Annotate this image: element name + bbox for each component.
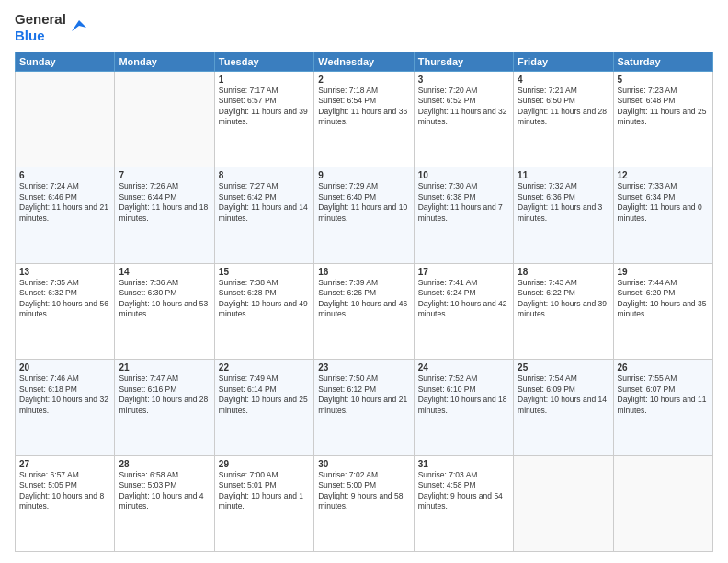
cell-sunrise: Sunrise: 6:57 AM [19, 470, 79, 479]
cell-daylight: Daylight: 11 hours and 39 minutes. [219, 107, 308, 126]
calendar-cell: 22 Sunrise: 7:49 AM Sunset: 6:14 PM Dayl… [214, 360, 313, 455]
cell-daylight: Daylight: 10 hours and 56 minutes. [19, 299, 108, 318]
calendar-cell: 7 Sunrise: 7:26 AM Sunset: 6:44 PM Dayli… [115, 167, 214, 263]
cell-daylight: Daylight: 11 hours and 18 minutes. [119, 202, 208, 222]
page: General Blue SundayMondayTuesdayWednesda… [0, 0, 728, 563]
cell-sunset: Sunset: 6:54 PM [318, 96, 376, 105]
cell-sunset: Sunset: 6:20 PM [618, 288, 676, 297]
cell-sunrise: Sunrise: 7:54 AM [518, 373, 577, 383]
calendar-day-header: Tuesday [214, 52, 313, 72]
cell-sunrise: Sunrise: 7:35 AM [19, 278, 79, 287]
day-number: 21 [119, 362, 210, 373]
cell-daylight: Daylight: 11 hours and 0 minutes. [618, 202, 702, 222]
cell-sunrise: Sunrise: 7:38 AM [219, 278, 279, 287]
cell-daylight: Daylight: 10 hours and 53 minutes. [119, 299, 208, 318]
day-number: 2 [318, 75, 409, 85]
cell-sunrise: Sunrise: 7:23 AM [618, 86, 677, 95]
cell-sunrise: Sunrise: 7:29 AM [318, 181, 378, 190]
day-number: 22 [219, 362, 310, 373]
cell-sunset: Sunset: 6:57 PM [219, 96, 277, 105]
logo: General Blue [15, 11, 88, 44]
cell-sunset: Sunset: 6:40 PM [318, 192, 376, 201]
svg-marker-0 [72, 20, 86, 31]
cell-sunset: Sunset: 6:50 PM [518, 96, 575, 105]
cell-daylight: Daylight: 10 hours and 21 minutes. [318, 395, 407, 414]
calendar-cell: 25 Sunrise: 7:54 AM Sunset: 6:09 PM Dayl… [514, 360, 613, 455]
cell-daylight: Daylight: 11 hours and 10 minutes. [318, 202, 407, 222]
cell-sunset: Sunset: 5:05 PM [19, 480, 77, 489]
cell-daylight: Daylight: 11 hours and 32 minutes. [418, 107, 507, 126]
day-number: 24 [418, 362, 509, 373]
cell-daylight: Daylight: 10 hours and 49 minutes. [219, 299, 308, 318]
cell-daylight: Daylight: 10 hours and 25 minutes. [219, 395, 308, 414]
calendar-cell: 26 Sunrise: 7:55 AM Sunset: 6:07 PM Dayl… [613, 360, 712, 455]
cell-sunrise: Sunrise: 7:27 AM [219, 181, 279, 190]
cell-daylight: Daylight: 10 hours and 1 minute. [219, 491, 303, 511]
day-number: 31 [418, 459, 509, 469]
cell-sunrise: Sunrise: 7:47 AM [119, 373, 178, 383]
cell-sunrise: Sunrise: 7:33 AM [618, 181, 677, 190]
day-number: 17 [418, 267, 509, 277]
calendar-cell: 27 Sunrise: 6:57 AM Sunset: 5:05 PM Dayl… [16, 455, 115, 551]
cell-sunset: Sunset: 6:34 PM [618, 192, 676, 201]
cell-sunset: Sunset: 6:16 PM [119, 385, 176, 394]
day-number: 15 [219, 267, 310, 277]
calendar-day-header: Sunday [16, 52, 115, 72]
cell-sunset: Sunset: 6:18 PM [19, 385, 77, 394]
cell-daylight: Daylight: 10 hours and 4 minutes. [119, 491, 203, 511]
calendar-cell: 6 Sunrise: 7:24 AM Sunset: 6:46 PM Dayli… [16, 167, 115, 263]
day-number: 29 [219, 459, 310, 469]
day-number: 8 [219, 170, 310, 180]
calendar-cell: 13 Sunrise: 7:35 AM Sunset: 6:32 PM Dayl… [16, 263, 115, 359]
cell-sunset: Sunset: 4:58 PM [418, 480, 476, 489]
cell-sunrise: Sunrise: 7:00 AM [219, 470, 279, 479]
calendar-cell: 14 Sunrise: 7:36 AM Sunset: 6:30 PM Dayl… [115, 263, 214, 359]
cell-sunrise: Sunrise: 7:44 AM [618, 278, 677, 287]
calendar-day-header: Thursday [414, 52, 513, 72]
day-number: 30 [318, 459, 409, 469]
logo-bird-icon [70, 18, 88, 37]
calendar-cell [115, 72, 214, 167]
calendar-cell: 12 Sunrise: 7:33 AM Sunset: 6:34 PM Dayl… [613, 167, 712, 263]
day-number: 25 [518, 362, 609, 373]
calendar-cell: 23 Sunrise: 7:50 AM Sunset: 6:12 PM Dayl… [314, 360, 414, 455]
day-number: 28 [119, 459, 210, 469]
cell-sunset: Sunset: 6:44 PM [119, 192, 176, 201]
cell-daylight: Daylight: 11 hours and 14 minutes. [219, 202, 308, 222]
calendar-week-row: 27 Sunrise: 6:57 AM Sunset: 5:05 PM Dayl… [16, 455, 713, 551]
day-number: 27 [19, 459, 110, 469]
calendar-cell: 1 Sunrise: 7:17 AM Sunset: 6:57 PM Dayli… [214, 72, 313, 167]
cell-daylight: Daylight: 11 hours and 25 minutes. [618, 107, 707, 126]
logo-blue: Blue [15, 28, 45, 44]
cell-sunrise: Sunrise: 7:52 AM [418, 373, 478, 383]
calendar-header-row: SundayMondayTuesdayWednesdayThursdayFrid… [16, 52, 713, 72]
cell-daylight: Daylight: 11 hours and 7 minutes. [418, 202, 503, 222]
logo-general: General [15, 11, 66, 28]
cell-sunset: Sunset: 6:30 PM [119, 288, 176, 297]
calendar-cell: 20 Sunrise: 7:46 AM Sunset: 6:18 PM Dayl… [16, 360, 115, 455]
calendar-cell: 3 Sunrise: 7:20 AM Sunset: 6:52 PM Dayli… [414, 72, 513, 167]
cell-sunset: Sunset: 6:36 PM [518, 192, 575, 201]
calendar-cell: 30 Sunrise: 7:02 AM Sunset: 5:00 PM Dayl… [314, 455, 414, 551]
cell-sunset: Sunset: 6:38 PM [418, 192, 476, 201]
cell-sunset: Sunset: 6:32 PM [19, 288, 77, 297]
day-number: 1 [219, 75, 310, 85]
cell-sunset: Sunset: 6:46 PM [19, 192, 77, 201]
day-number: 12 [618, 170, 709, 180]
calendar-cell: 10 Sunrise: 7:30 AM Sunset: 6:38 PM Dayl… [414, 167, 513, 263]
calendar-cell: 2 Sunrise: 7:18 AM Sunset: 6:54 PM Dayli… [314, 72, 414, 167]
cell-daylight: Daylight: 10 hours and 32 minutes. [19, 395, 108, 414]
calendar-cell: 11 Sunrise: 7:32 AM Sunset: 6:36 PM Dayl… [514, 167, 613, 263]
calendar-cell: 18 Sunrise: 7:43 AM Sunset: 6:22 PM Dayl… [514, 263, 613, 359]
cell-daylight: Daylight: 10 hours and 18 minutes. [418, 395, 507, 414]
cell-sunrise: Sunrise: 7:02 AM [318, 470, 378, 479]
cell-sunset: Sunset: 6:10 PM [418, 385, 476, 394]
cell-sunrise: Sunrise: 7:49 AM [219, 373, 279, 383]
calendar-cell: 29 Sunrise: 7:00 AM Sunset: 5:01 PM Dayl… [214, 455, 313, 551]
calendar-cell: 19 Sunrise: 7:44 AM Sunset: 6:20 PM Dayl… [613, 263, 712, 359]
day-number: 26 [618, 362, 709, 373]
cell-sunrise: Sunrise: 7:18 AM [318, 86, 378, 95]
cell-sunrise: Sunrise: 7:36 AM [119, 278, 178, 287]
calendar-day-header: Saturday [613, 52, 712, 72]
cell-sunset: Sunset: 6:52 PM [418, 96, 476, 105]
